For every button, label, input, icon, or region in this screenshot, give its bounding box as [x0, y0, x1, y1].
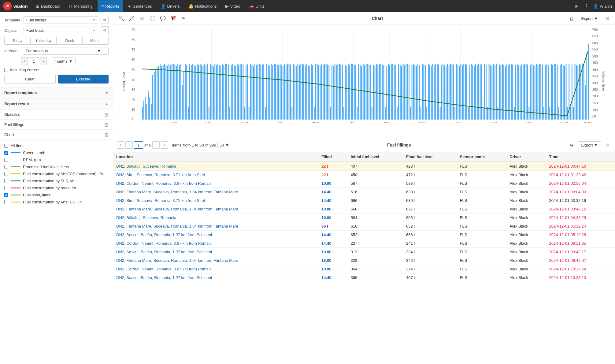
cell-time[interactable]: 2024-12-01 04:33:29 [546, 214, 615, 222]
nav-notifications[interactable]: 🔔 Notifications [185, 0, 220, 12]
cell-time[interactable]: 2024-12-01 03:42:12 [546, 205, 615, 214]
table-container: « ‹ 1 of 6 › » Items from 1 to 50 of 298… [113, 138, 615, 364]
report-templates-header[interactable]: Report templates ▼ [0, 87, 113, 98]
zoom-in-button[interactable]: 🔎 [127, 14, 136, 23]
cell-time[interactable]: 2024-12-01 09:49:07 [546, 256, 615, 265]
legend-fuel-fls-checkbox[interactable] [4, 179, 8, 183]
fuel-fillings-label: Fuel fillings [4, 122, 24, 127]
legend-speed-checkbox[interactable] [4, 151, 8, 155]
svg-rect-309 [493, 64, 494, 120]
table-export-button[interactable]: Export ▼ [578, 141, 601, 149]
more-icon[interactable]: ⋮ [583, 2, 590, 10]
cell-location[interactable]: DN2, Sascut, Bacău, Romania, 1.97 km fro… [113, 273, 318, 282]
prev-page-button[interactable]: ‹ [125, 141, 133, 149]
clear-button[interactable]: Clear [4, 75, 56, 84]
result-item-fuel-fillings[interactable]: Fuel fillings ▤ [0, 120, 113, 130]
zoom-out-button[interactable]: 🔍 [117, 14, 125, 23]
nav-video[interactable]: ▶ Video [222, 0, 244, 12]
cell-location[interactable]: DN2, Siret, Suceava, Romania, 3.71 km fr… [113, 171, 318, 179]
legend-fuel-abs-checkbox[interactable] [4, 200, 8, 204]
cell-location[interactable]: DN2, Sascut, Bacău, Romania, 1.97 km fro… [113, 231, 318, 239]
cell-location[interactable]: DN2, Fântâna Mare, Suceava, Romania, 1.0… [113, 222, 318, 231]
nav-drivers[interactable]: 👤 Drivers [157, 0, 183, 12]
object-settings-icon[interactable]: ⚙ [101, 26, 109, 34]
page-of-label: of [144, 143, 148, 147]
cell-location[interactable]: DN2, Cordun, Neamț, Romania, 3.87 km fro… [113, 179, 318, 188]
cell-location[interactable]: DN2, Fântâna Mare, Suceava, Romania, 1.0… [113, 256, 318, 265]
first-page-button[interactable]: « [117, 141, 124, 149]
template-settings-icon[interactable]: ⚙ [101, 16, 109, 24]
nav-geofences[interactable]: ◈ Geofences [124, 0, 156, 12]
chart-close-button[interactable]: ✕ [604, 15, 611, 22]
next-page-button[interactable]: › [152, 141, 160, 149]
cell-location[interactable]: DN2, Bălcăuți, Suceava, Romania [113, 162, 318, 171]
legend-rpm-checkbox[interactable] [4, 158, 8, 162]
cell-location[interactable]: DN2, Cordun, Neamț, Romania, 3.87 km fro… [113, 265, 318, 273]
execute-button[interactable]: Execute [58, 75, 109, 84]
legend-all-lines-checkbox[interactable] [4, 144, 8, 148]
cell-time[interactable]: 2024-12-01 02:56:04 [546, 179, 615, 188]
cell-time[interactable]: 2024-12-01 00:47:10 [546, 162, 615, 171]
cell-time[interactable]: 2024-12-01 05:19:28 [546, 231, 615, 239]
template-select[interactable]: Fuel fillings ▼ [24, 16, 98, 24]
cell-location[interactable]: DN2, Fântâna Mare, Suceava, Romania, 1.0… [113, 188, 318, 196]
cell-final: 241 l [403, 239, 457, 248]
tab-month[interactable]: Month [83, 37, 109, 45]
report-result-header[interactable]: Report result ▲ [0, 98, 113, 110]
tab-today[interactable]: Today [4, 37, 31, 45]
legend-fuel-abs-smoothed-checkbox[interactable] [4, 172, 8, 176]
interval-select[interactable]: For previous ▼ [23, 47, 109, 55]
legend-fuel-level-checkbox[interactable] [4, 193, 8, 197]
chart-export-button[interactable]: Export ▼ [578, 15, 601, 22]
cell-location[interactable]: DN2, Sascut, Bacău, Romania, 1.97 km fro… [113, 248, 318, 256]
stepper-prev-button[interactable]: ‹ [21, 57, 28, 65]
cell-time[interactable]: 2024-12-01 10:28:13 [546, 273, 615, 282]
cell-time[interactable]: 2024-12-01 01:29:42 [546, 171, 615, 179]
nav-units[interactable]: 🚗 Units [245, 0, 269, 12]
including-current-checkbox[interactable] [4, 68, 8, 72]
zoom-reset-button[interactable]: ⊙ [138, 14, 146, 23]
table-scroll[interactable]: Location Filled Initial fuel level Final… [113, 152, 615, 364]
legend-processed-fuel-checkbox[interactable] [4, 165, 8, 169]
calendar-button[interactable]: 📅 [169, 14, 177, 23]
apps-icon[interactable]: ⊞ [573, 2, 580, 10]
cell-time[interactable]: 2024-12-01 03:04:00 [546, 188, 615, 196]
nav-reports[interactable]: ≡ Reports [98, 0, 123, 12]
result-item-statistics[interactable]: Statistics ▤ [0, 110, 113, 120]
legend-fuel-rates-checkbox[interactable] [4, 186, 8, 190]
table-print-button[interactable]: 🖨 [567, 141, 576, 149]
cell-time[interactable]: 2024-12-01 09:42:17 [546, 248, 615, 256]
svg-rect-181 [303, 65, 304, 120]
cell-time[interactable]: 2024-12-01 05:12:24 [546, 222, 615, 231]
pen-button[interactable]: ✏ [179, 14, 188, 23]
cell-time[interactable]: 2024-12-01 10:17:24 [546, 265, 615, 273]
cell-location[interactable]: DN2, Bălcăuți, Suceava, Romania [113, 214, 318, 222]
cell-location[interactable]: DN2, Siret, Suceava, Romania, 3.71 km fr… [113, 196, 318, 205]
cell-time[interactable]: 2024-12-01 03:32:16 [546, 196, 615, 205]
svg-rect-102 [186, 65, 187, 120]
table-row: DN2, Cordun, Neamț, Romania, 3.87 km fro… [113, 179, 615, 188]
table-close-button[interactable]: ✕ [604, 142, 611, 149]
table-row: DN2, Bălcăuți, Suceava, Romania 22 l 407… [113, 162, 615, 171]
cell-sensor: FLS [457, 239, 506, 248]
cell-time[interactable]: 2024-12-01 09:11:35 [546, 239, 615, 248]
logo[interactable]: W wialon [3, 2, 28, 10]
stepper-next-button[interactable]: › [40, 57, 47, 65]
object-select[interactable]: Fuel truck ▼ [24, 27, 98, 34]
comment-button[interactable]: 💬 [158, 14, 167, 23]
tab-yesterday[interactable]: Yesterday [31, 37, 57, 45]
current-page[interactable]: 1 [134, 141, 143, 149]
cell-location[interactable]: DN2, Fântâna Mare, Suceava, Romania, 1.0… [113, 205, 318, 214]
per-page-select[interactable]: 50 ▼ [217, 142, 231, 148]
chart-print-button[interactable]: 🖨 [567, 14, 576, 23]
user-menu[interactable]: 👤 Wialon [593, 4, 612, 9]
nav-monitoring[interactable]: ◎ Monitoring [65, 0, 96, 12]
cell-location[interactable]: DN2, Cordun, Neamț, Romania, 3.87 km fro… [113, 239, 318, 248]
last-page-button[interactable]: » [161, 141, 168, 149]
fullscreen-button[interactable]: ⛶ [148, 14, 157, 23]
months-select[interactable]: months ▼ [52, 58, 76, 65]
tab-week[interactable]: Week [57, 37, 83, 45]
legend-rpm-label: RPM, rpm [23, 158, 41, 162]
nav-dashboard[interactable]: ⊞ Dashboard [32, 0, 64, 12]
result-item-chart[interactable]: Chart ▤ [0, 130, 113, 140]
